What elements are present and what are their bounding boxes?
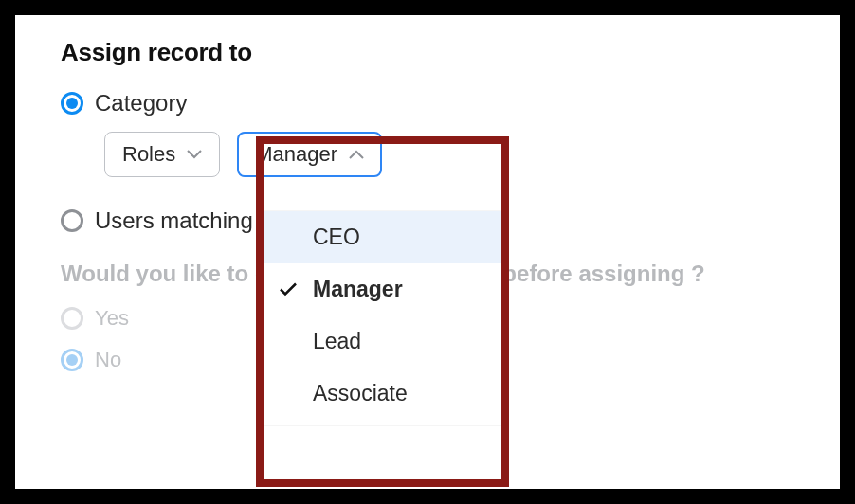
role-value-select[interactable]: Manager xyxy=(237,132,382,177)
dropdown-option-manager[interactable]: Manager xyxy=(262,263,504,315)
radio-category[interactable]: Category xyxy=(61,90,794,117)
role-value-label: Manager xyxy=(255,142,337,167)
assign-panel: Assign record to Category Roles Manager xyxy=(15,15,840,489)
role-dropdown-panel: CEO Manager Lead Associate xyxy=(262,211,504,425)
check-icon xyxy=(279,277,298,302)
dropdown-option-associate[interactable]: Associate xyxy=(262,368,504,420)
radio-category-label: Category xyxy=(95,90,187,117)
dropdown-option-ceo[interactable]: CEO xyxy=(262,211,504,263)
yes-label: Yes xyxy=(95,306,129,331)
no-label: No xyxy=(95,348,121,372)
roles-select[interactable]: Roles xyxy=(104,132,220,177)
roles-select-label: Roles xyxy=(122,142,175,167)
caret-down-icon xyxy=(187,150,202,159)
category-selects-row: Roles Manager xyxy=(104,132,794,177)
radio-disabled-icon xyxy=(61,307,83,330)
caret-up-icon xyxy=(349,150,364,159)
page-title: Assign record to xyxy=(61,38,794,67)
dropdown-option-lead[interactable]: Lead xyxy=(262,315,504,368)
radio-disabled-selected-icon xyxy=(61,349,83,371)
radio-selected-icon xyxy=(61,92,83,115)
radio-unselected-icon xyxy=(61,209,83,232)
